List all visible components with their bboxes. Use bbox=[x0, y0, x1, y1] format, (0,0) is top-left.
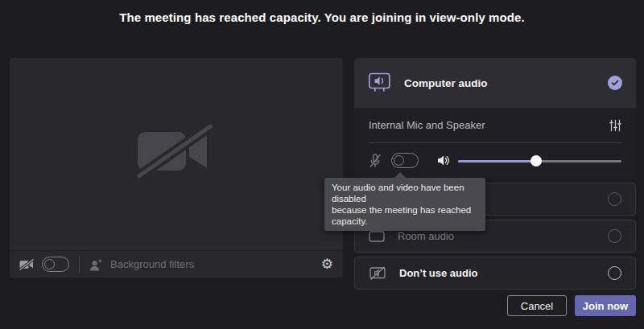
camera-toggle-knob bbox=[44, 259, 55, 269]
volume-icon bbox=[437, 154, 451, 167]
camera-disabled-icon bbox=[136, 124, 217, 179]
volume-slider-thumb[interactable] bbox=[530, 155, 542, 167]
dont-use-audio-radio[interactable] bbox=[608, 266, 621, 280]
background-filters-button[interactable]: Background filters bbox=[110, 258, 194, 270]
room-audio-label: Room audio bbox=[398, 230, 454, 242]
preview-toolbar: Background filters ⚙ bbox=[10, 250, 343, 278]
hidden-audio-radio[interactable] bbox=[608, 192, 621, 206]
disabled-tooltip: Your audio and video have been disabled … bbox=[324, 178, 485, 231]
background-filters-icon bbox=[89, 258, 104, 271]
selected-check-icon bbox=[608, 76, 622, 90]
option-computer-audio[interactable]: Computer audio bbox=[354, 58, 636, 108]
mic-toggle-knob bbox=[394, 155, 404, 166]
device-settings-section: Internal Mic and Speaker bbox=[354, 108, 636, 178]
tooltip-line2: because the meeting has reached capacity… bbox=[332, 204, 478, 227]
camera-toggle[interactable] bbox=[42, 257, 69, 272]
option-dont-use-audio[interactable]: Don’t use audio bbox=[354, 257, 636, 290]
video-preview: Background filters ⚙ bbox=[10, 58, 343, 278]
room-audio-radio[interactable] bbox=[608, 229, 621, 243]
room-audio-icon bbox=[369, 230, 385, 243]
computer-audio-label: Computer audio bbox=[404, 77, 488, 89]
mic-off-icon bbox=[369, 154, 382, 168]
toolbar-divider bbox=[79, 256, 80, 273]
camera-off-icon bbox=[19, 259, 35, 270]
tooltip-line1: Your audio and video have been disabled bbox=[332, 182, 478, 204]
mic-toggle[interactable] bbox=[391, 153, 419, 168]
audio-settings-icon[interactable] bbox=[609, 119, 621, 132]
device-name: Internal Mic and Speaker bbox=[369, 119, 485, 131]
prejoin-window: The meeting has reached capacity. You ar… bbox=[0, 0, 644, 329]
dont-use-audio-label: Don’t use audio bbox=[399, 267, 478, 279]
settings-gear-icon[interactable]: ⚙ bbox=[321, 257, 333, 271]
dont-use-audio-icon bbox=[369, 266, 386, 281]
tooltip-arrow bbox=[394, 172, 406, 178]
volume-slider[interactable] bbox=[458, 155, 621, 167]
cancel-button[interactable]: Cancel bbox=[507, 295, 567, 316]
computer-audio-icon bbox=[368, 72, 391, 94]
audio-options-panel: Computer audio Internal Mic and Speaker bbox=[354, 58, 636, 178]
volume-slider-fill bbox=[458, 160, 536, 162]
join-now-button[interactable]: Join now bbox=[575, 295, 636, 316]
capacity-banner: The meeting has reached capacity. You ar… bbox=[0, 10, 644, 24]
